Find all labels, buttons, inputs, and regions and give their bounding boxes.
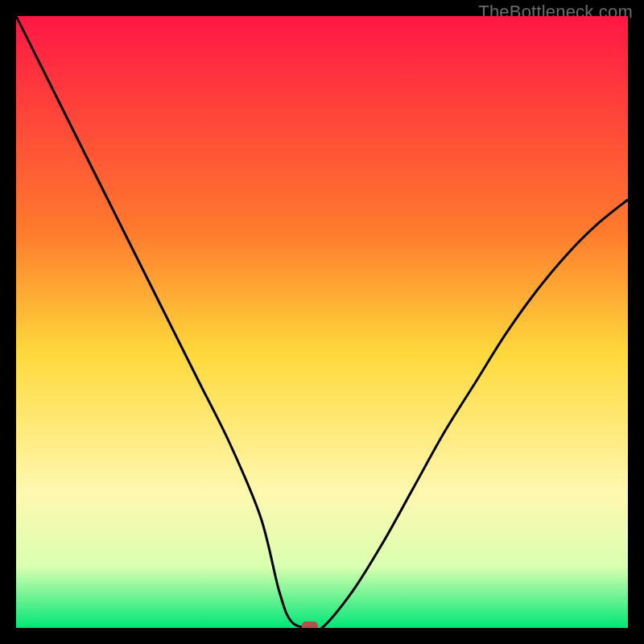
plot-background [16,16,628,628]
minimum-marker [302,621,318,628]
chart-frame: TheBottleneck.com [0,0,644,644]
bottleneck-plot [16,16,628,628]
